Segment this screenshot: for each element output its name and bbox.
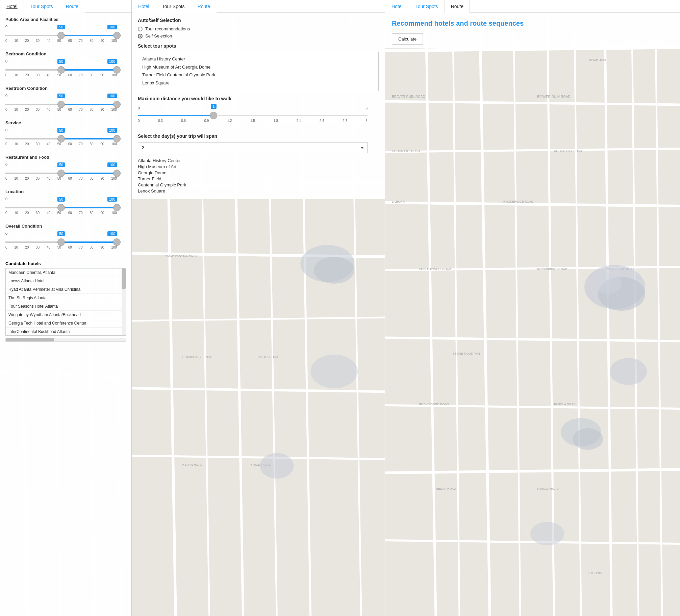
svg-text:PANOLA ROAD: PANOLA ROAD [257,355,278,359]
slider-scale: 0102030405060708090100 [5,211,117,215]
slider-scale: 0102030405060708090100 [5,177,117,180]
slider-overall-condition: Overall Condition05010001020304050607080… [5,224,126,252]
selected-spot-item: Lenox Square [138,188,379,194]
candidate-hotel-item[interactable]: Hyatt Atlanta Perimeter at Villa Christi… [6,285,126,294]
svg-point-43 [260,453,294,479]
distance-value-badge: 1 [211,104,216,109]
tour-spot-item[interactable]: High Museum of Art Georgia Dome [142,64,374,71]
right-tab-hotel[interactable]: Hotel [385,0,409,13]
distance-fill [138,115,213,116]
right-header: Hotel Tour Spots Route Recommend hotels … [385,0,680,48]
slider-mid-badge: 50 [57,59,65,64]
svg-text:REDAN ROAD: REDAN ROAD [182,463,203,466]
svg-text:ROCKBRIDGE ROAD: ROCKBRIDGE ROAD [182,355,212,359]
candidate-hotel-item[interactable]: The St. Regis Atlanta [6,294,126,302]
distance-section: Maximum distance you would like to walk … [138,96,379,129]
slider-track [5,138,117,139]
candidate-hotel-item[interactable]: Loews Atlanta Hotel [6,277,126,285]
slider-wrapper: 0501000102030405060708090100 [5,231,117,252]
slider-scale: 0102030405060708090100 [5,39,117,43]
candidate-hotel-item[interactable]: Four Seasons Hotel Atlanta [6,302,126,311]
middle-tab-tour-spots[interactable]: Tour Spots [156,0,191,13]
selected-spot-item: High Museum of Art [138,164,379,169]
slider-track [5,35,117,36]
right-tab-route[interactable]: Route [445,0,470,13]
slider-wrapper: 0501000102030405060708090100 [5,128,117,149]
tour-spot-item[interactable]: Turner Field Centennial Olympic Park [142,72,374,78]
candidate-hotels-section: Candidate hotels Mandarin Oriental, Atla… [5,258,126,336]
slider-thumb-left[interactable] [57,238,65,246]
left-tab-tour-spots[interactable]: Tour Spots [24,0,59,13]
slider-wrapper: 0501000102030405060708090100 [5,94,117,114]
slider-thumb-left[interactable] [57,66,65,74]
slider-thumb-left[interactable] [57,101,65,108]
slider-min-value: 0 [5,197,7,201]
candidate-hotel-item[interactable]: Georgia Tech Hotel and Conference Center [6,319,126,328]
tour-spots-box: Atlanta History CenterHigh Museum of Art… [138,52,379,91]
slider-mid-badge: 50 [57,128,65,133]
slider-track [5,207,117,208]
slider-mid-badge: 50 [57,25,65,29]
slider-thumb-right[interactable] [113,135,121,143]
slider-thumb-right[interactable] [113,66,121,74]
slider-thumb-right[interactable] [113,101,121,108]
selected-spot-item: Atlanta History Center [138,158,379,163]
slider-label: Service [5,120,126,125]
slider-public-area-and-facilities: Public Area and Facilities05010001020304… [5,17,126,45]
recommend-title: Recommend hotels and route sequences [385,13,680,31]
slider-label: Restroom Condition [5,86,126,91]
tour-spot-item[interactable]: Lenox Square [142,80,374,86]
slider-thumb-left[interactable] [57,135,65,143]
distance-title: Maximum distance you would like to walk [138,96,379,101]
slider-max-badge: 100 [107,197,117,202]
radio-self-selection[interactable]: Self Selection [138,33,379,38]
slider-mid-badge: 50 [57,231,65,236]
right-content: Hotel Tour Spots Route Recommend hotels … [385,0,680,616]
slider-thumb-left[interactable] [57,32,65,39]
candidate-hotel-item[interactable]: Mandarin Oriental, Atlanta [6,268,126,277]
calculate-button[interactable]: Calculate [392,33,423,45]
radio-tour-recommendations[interactable]: Tour recommendations [138,26,379,31]
slider-max-badge: 100 [107,59,117,64]
slider-wrapper: 0501000102030405060708090100 [5,162,117,183]
tour-spot-item[interactable]: Atlanta History Center [142,56,374,62]
candidate-hotels-list: Mandarin Oriental, AtlantaLoews Atlanta … [6,268,126,336]
slider-scale: 0102030405060708090100 [5,73,117,77]
slider-bedroom-condition: Bedroom Condition05010001020304050607080… [5,51,126,80]
slider-thumb-left[interactable] [57,170,65,177]
middle-tab-route[interactable]: Route [191,0,217,13]
left-tab-hotel[interactable]: Hotel [0,0,24,13]
days-title: Select the day(s) your trip will span [138,133,379,139]
slider-mid-badge: 50 [57,197,65,202]
distance-min: 0 [138,106,140,110]
distance-max: 3 [366,106,368,110]
middle-tab-hotel[interactable]: Hotel [132,0,156,13]
radio-label-recommendations: Tour recommendations [145,26,190,31]
svg-point-44 [310,355,358,388]
days-select[interactable]: 1 2 3 4 5 [138,142,368,153]
candidate-hotel-item[interactable]: Wingate by Wyndham Atlanta/Buckhead [6,311,126,319]
slider-min-value: 0 [5,231,7,235]
slider-thumb-right[interactable] [113,238,121,246]
left-tab-route[interactable]: Route [59,0,85,13]
selected-spots-list: Atlanta History CenterHigh Museum of Art… [138,158,379,194]
slider-scale: 0102030405060708090100 [5,142,117,146]
selected-spot-item: Centennial Olympic Park [138,182,379,187]
right-tab-tour-spots[interactable]: Tour Spots [409,0,445,13]
slider-scale: 0102030405060708090100 [5,108,117,111]
candidate-hotel-item[interactable]: InterContinental Buckhead Atlanta [6,328,126,336]
slider-min-value: 0 [5,59,7,63]
slider-track [5,69,117,71]
left-panel-content: Public Area and Facilities05010001020304… [0,13,131,346]
slider-thumb-right[interactable] [113,204,121,211]
slider-track [5,173,117,174]
slider-restaurant-and-food: Restaurant and Food050100010203040506070… [5,155,126,183]
slider-thumb-left[interactable] [57,204,65,211]
slider-min-value: 0 [5,128,7,132]
slider-thumb-right[interactable] [113,170,121,177]
distance-thumb[interactable] [210,112,217,119]
svg-text:HUGH HOWELL ROAD: HUGH HOWELL ROAD [166,254,198,257]
auto-self-title: Auto/Self Selection [138,18,379,23]
slider-thumb-right[interactable] [113,32,121,39]
distance-scale: 00.30.60.91.21.51.82.12.42.73 [138,119,368,123]
